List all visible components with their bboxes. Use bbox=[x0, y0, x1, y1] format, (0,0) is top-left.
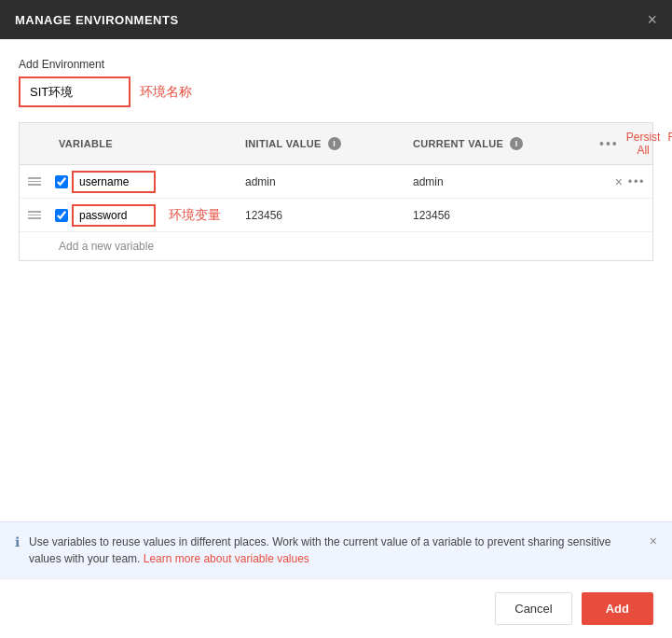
cancel-button[interactable]: Cancel bbox=[495, 592, 571, 625]
close-button[interactable]: × bbox=[647, 11, 657, 28]
spacer bbox=[19, 261, 653, 506]
row-2-initial-value: 123456 bbox=[236, 205, 404, 226]
table-row: admin admin × ••• bbox=[20, 165, 652, 199]
row-1-dots-button[interactable]: ••• bbox=[628, 174, 645, 188]
row-2-checkbox[interactable] bbox=[55, 209, 68, 222]
dialog-footer: Cancel Add bbox=[0, 578, 672, 638]
initial-value-info-icon: i bbox=[328, 137, 341, 150]
drag-line-3 bbox=[28, 184, 41, 186]
drag-line-4 bbox=[28, 211, 41, 213]
reset-all-button[interactable]: Reset All bbox=[667, 131, 672, 157]
add-environment-label: Add Environment bbox=[19, 58, 653, 71]
dialog-body: Add Environment 环境名称 VARIABLE INITIAL VA… bbox=[0, 39, 672, 578]
env-name-annotation: 环境名称 bbox=[140, 84, 192, 101]
drag-line-2 bbox=[28, 181, 41, 183]
variable-col-header: VARIABLE bbox=[49, 131, 236, 157]
row-2-checkbox-cell: 环境变量 bbox=[49, 204, 236, 227]
table-row: 环境变量 123456 123456 bbox=[20, 199, 652, 232]
row-1-checkbox[interactable] bbox=[55, 175, 68, 188]
add-variable-row[interactable]: Add a new variable bbox=[20, 232, 652, 260]
env-name-container: 环境名称 bbox=[19, 76, 653, 107]
drag-col-header bbox=[20, 136, 49, 151]
drag-handle-2 bbox=[20, 211, 49, 219]
row-2-current-value: 123456 bbox=[404, 205, 590, 226]
variable-annotation: 环境变量 bbox=[169, 207, 221, 224]
learn-more-link[interactable]: Learn more about variable values bbox=[144, 552, 309, 565]
row-1-current-value: admin bbox=[404, 172, 590, 192]
dialog-title: MANAGE ENVIRONMENTS bbox=[15, 13, 179, 27]
drag-line-6 bbox=[28, 217, 41, 219]
dialog-header: MANAGE ENVIRONMENTS × bbox=[0, 0, 672, 39]
drag-line-5 bbox=[28, 215, 41, 216]
add-button[interactable]: Add bbox=[582, 592, 653, 625]
manage-environments-dialog: MANAGE ENVIRONMENTS × Add Environment 环境… bbox=[0, 0, 672, 638]
table-header-actions: ••• Persist All Reset All bbox=[590, 123, 672, 164]
info-bar-text: Use variables to reuse values in differe… bbox=[29, 534, 640, 567]
add-variable-label: Add a new variable bbox=[59, 240, 154, 253]
row-1-initial-value: admin bbox=[236, 172, 404, 192]
row-1-delete-button[interactable]: × bbox=[615, 174, 623, 189]
row-2-variable-input[interactable] bbox=[72, 204, 156, 227]
row-1-variable-input[interactable] bbox=[72, 171, 156, 193]
row-1-checkbox-cell bbox=[49, 171, 236, 193]
variables-table: VARIABLE INITIAL VALUE i CURRENT VALUE i… bbox=[19, 122, 653, 261]
initial-value-col-header: INITIAL VALUE i bbox=[236, 130, 404, 158]
info-bar-close-button[interactable]: × bbox=[650, 534, 657, 548]
current-value-col-header: CURRENT VALUE i bbox=[404, 130, 590, 158]
drag-line-1 bbox=[28, 177, 41, 179]
header-dots-button[interactable]: ••• bbox=[599, 136, 619, 151]
drag-handle bbox=[20, 177, 49, 186]
env-name-input[interactable] bbox=[19, 76, 130, 107]
row-2-actions bbox=[590, 212, 652, 219]
persist-all-button[interactable]: Persist All bbox=[626, 131, 661, 157]
row-1-actions: × ••• bbox=[590, 171, 652, 193]
table-header: VARIABLE INITIAL VALUE i CURRENT VALUE i… bbox=[20, 123, 652, 165]
current-value-info-icon: i bbox=[510, 137, 523, 150]
info-bar-icon: ℹ bbox=[15, 534, 20, 549]
info-bar: ℹ Use variables to reuse values in diffe… bbox=[0, 521, 672, 578]
